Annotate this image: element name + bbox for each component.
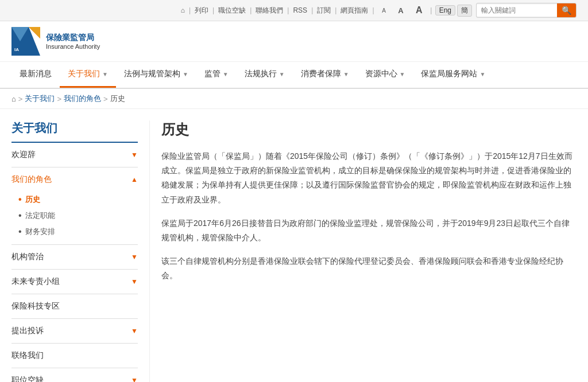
nav-item-services[interactable]: 保监局服务网站 ▼ bbox=[413, 62, 493, 88]
sidebar-title: 关于我们 bbox=[11, 120, 138, 143]
sidebar-section-header-contactus[interactable]: 联络我们 bbox=[11, 344, 138, 368]
nav-item-enforcement[interactable]: 法规执行 ▼ bbox=[237, 62, 293, 88]
font-size-controls: A A A bbox=[379, 5, 425, 15]
article-paragraph-1: 保险业监管局（「保监局」）随着《2015年保险公司（修订）条例》（「《修订条例》… bbox=[161, 149, 577, 207]
breadcrumb-about[interactable]: 关于我们 bbox=[25, 93, 55, 104]
nav-arrow-about: ▼ bbox=[102, 71, 108, 77]
sidebar-section-header-governance[interactable]: 机构管治 ▼ bbox=[11, 245, 138, 269]
nav-item-about[interactable]: 关于我们 ▼ bbox=[60, 62, 116, 88]
logo-text-area: 保險業監管局 Insurance Authority bbox=[46, 33, 100, 50]
nav-arrow-supervision: ▼ bbox=[223, 71, 229, 77]
nav-label-about: 关于我们 bbox=[68, 69, 100, 79]
article: 历史 保险业监管局（「保监局」）随着《2015年保险公司（修订）条例》（「《修订… bbox=[149, 120, 577, 382]
nav-label-services: 保监局服务网站 bbox=[421, 69, 477, 79]
sidebar-section-complaint: 提出投诉 ▼ bbox=[11, 319, 138, 344]
sidebar-section-label-contactus: 联络我们 bbox=[11, 350, 44, 361]
nav-item-supervision[interactable]: 监管 ▼ bbox=[196, 62, 237, 88]
contact-link[interactable]: 聯絡我們 bbox=[256, 6, 283, 15]
sidebar-section-label-welcome: 欢迎辞 bbox=[11, 150, 36, 160]
logo-area: IA 保險業監管局 Insurance Authority bbox=[11, 27, 126, 56]
font-large-btn[interactable]: A bbox=[416, 5, 423, 15]
sidebar-sub-label-function: 法定职能 bbox=[25, 211, 55, 221]
sidebar-section-label-complaint: 提出投诉 bbox=[11, 326, 44, 336]
search-input[interactable] bbox=[477, 5, 557, 16]
rss-link[interactable]: RSS bbox=[293, 6, 307, 14]
home-link[interactable]: ⌂ bbox=[181, 6, 185, 14]
nav-arrow-consumer: ▼ bbox=[343, 71, 349, 77]
nav-label-resources: 资源中心 bbox=[365, 69, 397, 79]
sidebar-sub-label-finance: 财务安排 bbox=[25, 227, 55, 237]
nav-arrow-regulations: ▼ bbox=[183, 71, 188, 77]
nav-item-consumer[interactable]: 消费者保障 ▼ bbox=[293, 62, 357, 88]
font-small-btn[interactable]: A bbox=[382, 7, 386, 14]
breadcrumb-home-icon[interactable]: ⌂ bbox=[11, 95, 16, 103]
sidebar-sub-items-role: • 历史 • 法定职能 • 财务安排 bbox=[11, 192, 138, 244]
sidebar-section-label-governance: 机构管治 bbox=[11, 252, 44, 262]
subscribe-link[interactable]: 訂閱 bbox=[317, 6, 331, 15]
breadcrumb-role[interactable]: 我们的角色 bbox=[64, 93, 101, 104]
article-paragraph-2: 保监局于2017年6月26日接替昔日为政府部门的保险业监理处，规管保险公司，并于… bbox=[161, 216, 577, 245]
logo-en-text: Insurance Authority bbox=[46, 43, 100, 50]
sidebar-section-governance: 机构管治 ▼ bbox=[11, 245, 138, 270]
sidebar-section-role: 我们的角色 ▲ • 历史 • 法定职能 • 财务安排 bbox=[11, 167, 138, 245]
print-link[interactable]: 列印 bbox=[195, 6, 208, 15]
nav-arrow-services: ▼ bbox=[479, 71, 485, 77]
font-med-btn[interactable]: A bbox=[398, 6, 403, 15]
sidebar-section-arrow-future: ▼ bbox=[131, 278, 138, 286]
sidebar-section-insurtech: 保险科技专区 bbox=[11, 294, 138, 319]
sidebar-section-arrow-complaint: ▼ bbox=[131, 327, 138, 335]
bullet-icon-3: • bbox=[18, 227, 22, 237]
search-bar: 🔍 bbox=[476, 3, 577, 18]
header-top: IA 保險業監管局 Insurance Authority bbox=[0, 21, 588, 61]
lang-zh-btn[interactable]: 簡 bbox=[457, 5, 472, 17]
top-utility-bar: ⌂ | 列印 | 職位空缺 | 聯絡我們 | RSS | 訂閱 | 網頁指南 |… bbox=[0, 0, 588, 21]
nav-item-latest-news[interactable]: 最新消息 bbox=[11, 62, 60, 88]
nav-label-regulations: 法例与规管架构 bbox=[124, 69, 180, 79]
bullet-icon-2: • bbox=[18, 211, 22, 221]
header: IA 保險業監管局 Insurance Authority 最新消息 关于我们 … bbox=[0, 21, 588, 89]
nav-arrow-resources: ▼ bbox=[400, 71, 405, 77]
sidebar-section-header-future[interactable]: 未来专责小组 ▼ bbox=[11, 270, 138, 294]
sidebar-section-arrow-welcome: ▼ bbox=[131, 151, 138, 159]
main-nav: 最新消息 关于我们 ▼ 法例与规管架构 ▼ 监管 ▼ 法规执行 ▼ 消费者保障 … bbox=[0, 61, 588, 88]
article-paragraph-3: 该三个自律规管机构分别是香港保险业联会辖下的保险代理登记委员会、香港保险顾问联会… bbox=[161, 254, 577, 283]
sidebar-section-contactus: 联络我们 bbox=[11, 344, 138, 368]
sidebar-sub-item-function[interactable]: • 法定职能 bbox=[11, 208, 138, 224]
nav-item-regulations[interactable]: 法例与规管架构 ▼ bbox=[116, 62, 196, 88]
logo-zh-text: 保險業監管局 bbox=[46, 33, 100, 43]
sidebar-section-header-role[interactable]: 我们的角色 ▲ bbox=[11, 167, 138, 192]
sidebar-section-header-vacancy[interactable]: 职位空缺 ▼ bbox=[11, 368, 138, 382]
sidebar-section-header-insurtech[interactable]: 保险科技专区 bbox=[11, 294, 138, 318]
sidebar-section-label-vacancy: 职位空缺 bbox=[11, 375, 44, 382]
nav-label-enforcement: 法规执行 bbox=[245, 69, 277, 79]
bullet-icon: • bbox=[18, 194, 22, 205]
sidebar-section-arrow-role: ▲ bbox=[131, 176, 138, 184]
lang-eng-btn[interactable]: Eng bbox=[435, 5, 455, 15]
vacancy-link[interactable]: 職位空缺 bbox=[218, 6, 246, 15]
breadcrumb-current: 历史 bbox=[110, 93, 125, 104]
sidebar-section-welcome: 欢迎辞 ▼ bbox=[11, 143, 138, 167]
sidebar-section-arrow-vacancy: ▼ bbox=[131, 376, 138, 382]
sidebar-section-future: 未来专责小组 ▼ bbox=[11, 270, 138, 294]
sidebar-sub-label-history: 历史 bbox=[25, 194, 40, 205]
sidebar-section-label-role: 我们的角色 bbox=[11, 174, 52, 185]
sitemap-link[interactable]: 網頁指南 bbox=[341, 6, 368, 15]
article-body: 保险业监管局（「保监局」）随着《2015年保险公司（修订）条例》（「《修订条例》… bbox=[161, 149, 577, 283]
sidebar-sub-item-history[interactable]: • 历史 bbox=[11, 192, 138, 208]
sidebar-section-header-complaint[interactable]: 提出投诉 ▼ bbox=[11, 319, 138, 343]
content-wrapper: 关于我们 欢迎辞 ▼ 我们的角色 ▲ • 历史 • 法定职能 bbox=[0, 109, 588, 382]
breadcrumb: ⌂ > 关于我们 > 我们的角色 > 历史 bbox=[0, 89, 588, 109]
nav-arrow-enforcement: ▼ bbox=[279, 71, 285, 77]
logo-icon: IA bbox=[11, 27, 40, 56]
nav-label-latest-news: 最新消息 bbox=[20, 69, 52, 79]
sidebar-section-vacancy: 职位空缺 ▼ bbox=[11, 368, 138, 382]
nav-label-consumer: 消费者保障 bbox=[301, 69, 341, 79]
sidebar-section-label-future: 未来专责小组 bbox=[11, 276, 60, 287]
sidebar: 关于我们 欢迎辞 ▼ 我们的角色 ▲ • 历史 • 法定职能 bbox=[11, 120, 138, 382]
sidebar-section-arrow-governance: ▼ bbox=[131, 253, 138, 261]
nav-item-resources[interactable]: 资源中心 ▼ bbox=[357, 62, 413, 88]
sidebar-section-header-welcome[interactable]: 欢迎辞 ▼ bbox=[11, 143, 138, 167]
sidebar-sub-item-finance[interactable]: • 财务安排 bbox=[11, 224, 138, 240]
nav-label-supervision: 监管 bbox=[204, 69, 220, 79]
search-button[interactable]: 🔍 bbox=[557, 3, 576, 17]
